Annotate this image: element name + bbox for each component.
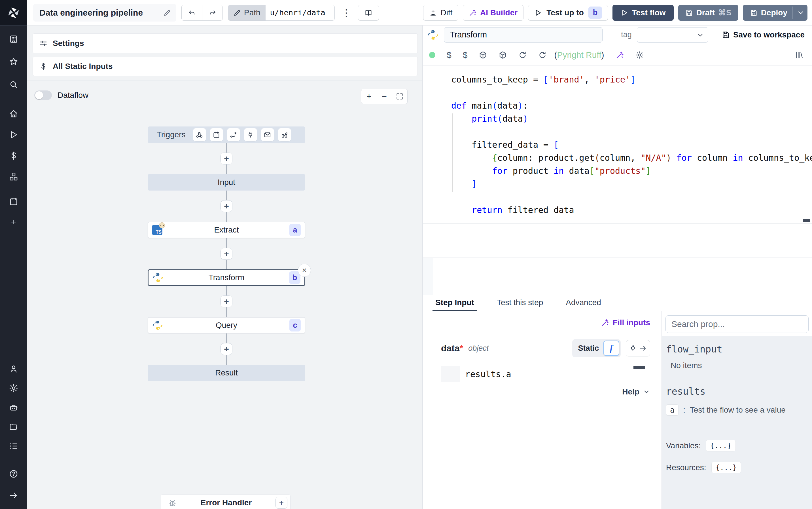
package-icon[interactable]: [479, 51, 487, 59]
expression-value[interactable]: results.a: [460, 366, 650, 382]
path-group: Path u/henri/data_: [228, 5, 335, 21]
apps-icon[interactable]: [8, 34, 19, 44]
docs-button[interactable]: [358, 5, 379, 21]
package-icon[interactable]: [499, 51, 507, 59]
error-handler-node[interactable]: Error Handler +: [161, 495, 291, 509]
flow-title: Data engineering pipeline: [39, 8, 143, 18]
step-node-transform[interactable]: Transform b ×: [148, 269, 305, 286]
edit-title-icon[interactable]: [163, 9, 171, 17]
settings-icon[interactable]: [8, 383, 19, 393]
add-step-button[interactable]: +: [221, 200, 232, 212]
tab-test-this-step[interactable]: Test this step: [494, 295, 546, 311]
websocket-icon[interactable]: [244, 128, 257, 141]
undo-button[interactable]: [182, 5, 202, 21]
search-prop-input[interactable]: [665, 315, 809, 333]
arrow-right-icon[interactable]: [639, 344, 647, 352]
reload-icon[interactable]: [518, 51, 527, 59]
editor-toolbar: $ $ (Pyright Ruff): [423, 44, 812, 66]
results-header[interactable]: results: [666, 386, 807, 397]
tag-label: tag: [621, 30, 632, 39]
zoom-in-button[interactable]: +: [361, 89, 377, 104]
fit-view-button[interactable]: [392, 89, 407, 104]
tag-select[interactable]: [637, 27, 708, 42]
static-toggle[interactable]: Static f: [572, 339, 621, 357]
ai-assistant-icon[interactable]: [616, 51, 624, 59]
more-menu-button[interactable]: ⋮: [340, 7, 353, 19]
result-item[interactable]: a : Test the flow to see a value: [666, 404, 807, 415]
variables-icon[interactable]: [8, 150, 19, 161]
delete-step-button[interactable]: ×: [298, 264, 311, 277]
fill-inputs-button[interactable]: Fill inputs: [613, 318, 650, 327]
logs-icon[interactable]: [8, 441, 19, 451]
draft-button[interactable]: Draft ⌘S: [678, 5, 738, 21]
schedules-icon[interactable]: [8, 197, 19, 207]
webhook-icon[interactable]: [193, 128, 206, 141]
add-step-button[interactable]: +: [221, 343, 232, 355]
schedule-icon[interactable]: [210, 128, 223, 141]
reload-icon[interactable]: [538, 51, 547, 59]
windmill-logo[interactable]: [0, 0, 27, 26]
deploy-dropdown-button[interactable]: [792, 6, 805, 19]
test-up-to-button[interactable]: Test up to b: [528, 5, 608, 21]
favorites-icon[interactable]: [8, 57, 19, 67]
path-button[interactable]: Path: [228, 5, 266, 21]
field-name: data: [441, 343, 460, 353]
lint-status: (Pyright Ruff): [554, 50, 604, 60]
editor-footer-strip: [423, 224, 812, 258]
runs-icon[interactable]: [8, 130, 19, 140]
path-value-input[interactable]: u/henri/data_: [266, 5, 334, 21]
library-icon[interactable]: [795, 51, 804, 59]
deploy-button[interactable]: Deploy: [743, 5, 808, 21]
flow-canvas[interactable]: Dataflow + − Triggers: [27, 81, 422, 509]
step-node-query[interactable]: Query c: [148, 317, 305, 334]
result-key-badge[interactable]: a: [666, 404, 678, 415]
collapse-icon[interactable]: [8, 490, 19, 501]
flow-input-header[interactable]: flow_input: [666, 344, 807, 355]
variables-badge[interactable]: {...}: [706, 440, 736, 451]
result-node[interactable]: Result: [148, 365, 305, 381]
poll-icon[interactable]: [278, 128, 291, 141]
save-to-workspace-button[interactable]: Save to workspace: [721, 30, 805, 39]
search-icon[interactable]: [8, 79, 19, 90]
home-icon[interactable]: [8, 109, 19, 119]
help-icon[interactable]: [8, 469, 19, 479]
user-icon[interactable]: [8, 364, 19, 374]
dataflow-toggle[interactable]: [34, 91, 52, 100]
editor-settings-icon[interactable]: [635, 51, 644, 59]
diff-button[interactable]: Diff: [423, 5, 458, 21]
resources-icon[interactable]: [8, 172, 19, 182]
javascript-expression-button[interactable]: f: [603, 341, 619, 356]
resources-badge[interactable]: {...}: [711, 462, 741, 473]
help-toggle[interactable]: Help: [441, 387, 650, 397]
wand-icon: [469, 9, 477, 17]
redo-button[interactable]: [202, 5, 222, 21]
tab-advanced[interactable]: Advanced: [563, 295, 604, 311]
zoom-out-button[interactable]: −: [377, 89, 392, 104]
horizontal-scrollbar[interactable]: [803, 219, 810, 222]
expression-scrollbar[interactable]: [633, 366, 645, 369]
add-step-button[interactable]: +: [221, 152, 232, 165]
add-icon[interactable]: +: [8, 217, 19, 227]
add-error-handler-button[interactable]: +: [275, 497, 287, 509]
code-editor[interactable]: columns_to_keep = ['brand', 'price'] def…: [423, 66, 812, 295]
route-icon[interactable]: [227, 128, 240, 141]
ai-builder-button[interactable]: AI Builder: [463, 5, 523, 21]
step-name-input[interactable]: [444, 27, 602, 42]
input-node[interactable]: Input: [148, 174, 305, 191]
settings-bar[interactable]: Settings: [33, 33, 418, 53]
folders-icon[interactable]: [8, 422, 19, 432]
result-hint: Test the flow to see a value: [690, 406, 786, 415]
add-step-button[interactable]: +: [221, 248, 232, 260]
triggers-node[interactable]: Triggers: [148, 127, 305, 143]
add-step-button[interactable]: +: [221, 296, 232, 307]
test-flow-button[interactable]: Test flow: [613, 5, 673, 21]
all-static-inputs-bar[interactable]: All Static Inputs: [33, 57, 418, 76]
tab-step-input[interactable]: Step Input: [433, 295, 477, 311]
variable-picker-icon[interactable]: $: [447, 50, 451, 60]
workers-icon[interactable]: [8, 402, 19, 413]
resource-picker-icon[interactable]: $: [463, 50, 468, 60]
expression-editor[interactable]: results.a: [441, 366, 650, 382]
step-node-extract[interactable]: TS Extract a: [148, 222, 305, 238]
plug-icon[interactable]: [629, 344, 637, 352]
email-icon[interactable]: [261, 128, 274, 141]
